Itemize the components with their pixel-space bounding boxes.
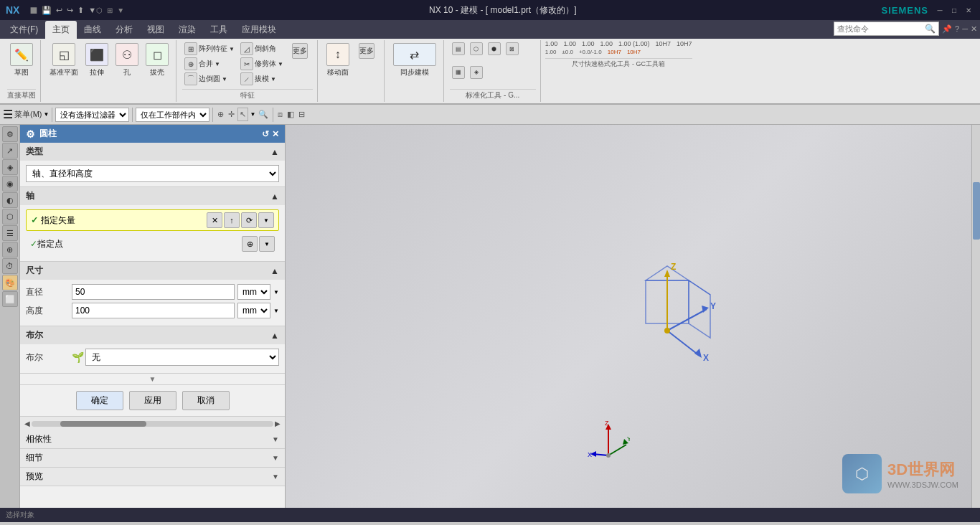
viewport-scrollbar[interactable]	[971, 125, 980, 508]
height-unit-select[interactable]: mm	[237, 303, 270, 318]
tab-render[interactable]: 渲染	[171, 21, 203, 39]
tab-curve[interactable]: 曲线	[77, 21, 108, 39]
sidebar-add[interactable]: ⊕	[2, 242, 18, 257]
std-tool-3[interactable]: ⬢	[486, 42, 503, 56]
point-btn-1[interactable]: ⊕	[242, 236, 258, 252]
search-icon[interactable]: 🔍	[925, 24, 936, 34]
section-dependency[interactable]: 相依性 ▼	[20, 430, 285, 449]
sync-modeling-button[interactable]: ⇄ 同步建模	[390, 42, 439, 79]
menu-label[interactable]: 菜单(M)	[14, 109, 42, 120]
move-face-button[interactable]: ↕ 移动面	[324, 42, 352, 79]
tab-analysis[interactable]: 分析	[108, 21, 140, 39]
type-select[interactable]: 轴、直径和高度	[26, 165, 279, 182]
draft-button[interactable]: ⟋ 拔模 ▼	[238, 72, 286, 86]
sidebar-menu[interactable]: ☰	[2, 225, 18, 241]
section-dim-header[interactable]: 尺寸 ▲	[20, 262, 285, 280]
quickbar-save[interactable]: 💾	[42, 6, 52, 15]
window-controls[interactable]: ─ □ ✕	[934, 4, 974, 16]
tb-view1[interactable]: ⧈	[276, 108, 284, 120]
boolean-select[interactable]: 无 求和 求差 求交	[85, 349, 279, 366]
quickbar-more[interactable]: ▼	[88, 6, 96, 14]
tab-view[interactable]: 视图	[140, 21, 171, 39]
ribbon-minimize[interactable]: ─	[962, 24, 968, 33]
sidebar-settings[interactable]: ⚙	[2, 126, 18, 142]
scroll-left-arrow[interactable]: ◀	[23, 420, 32, 427]
std-tool-6[interactable]: ◈	[468, 65, 485, 80]
ribbon-close[interactable]: ✕	[971, 24, 977, 34]
menu-icon[interactable]: ☰	[3, 108, 13, 121]
minimize-button[interactable]: ─	[934, 4, 946, 16]
panel-close-icon[interactable]: ✕	[272, 129, 279, 139]
section-bool-header[interactable]: 布尔 ▲	[20, 326, 285, 344]
sidebar-time[interactable]: ⏱	[2, 258, 18, 274]
datum-plane-button[interactable]: ◱ 基准平面	[47, 42, 81, 79]
std-tool-5[interactable]: ▦	[450, 65, 467, 80]
scroll-down-icon[interactable]: ▼	[149, 375, 156, 383]
quickbar-redo[interactable]: ↪	[67, 6, 73, 15]
tab-file[interactable]: 文件(F)	[3, 21, 45, 39]
shell-button[interactable]: ◻ 拔壳	[143, 42, 171, 79]
tab-tools[interactable]: 工具	[203, 21, 235, 39]
section-type-header[interactable]: 类型 ▲	[20, 143, 285, 161]
point-btn-dd[interactable]: ▼	[259, 236, 275, 252]
hole-button[interactable]: ⚇ 孔	[113, 42, 141, 79]
filter2-select[interactable]: 仅在工作部件内	[136, 108, 209, 122]
vector-btn-2[interactable]: ↑	[224, 212, 240, 228]
search-box[interactable]: 🔍	[834, 22, 939, 36]
std-tool-4[interactable]: ⊠	[504, 42, 521, 56]
chamfer-button[interactable]: ◿ 倒斜角	[238, 42, 286, 56]
sidebar-half[interactable]: ◐	[2, 192, 18, 208]
section-axis-header[interactable]: 轴 ▲	[20, 187, 285, 205]
close-button[interactable]: ✕	[963, 4, 974, 16]
sidebar-color[interactable]: 🎨	[2, 275, 18, 290]
more-features-button[interactable]: 更多	[287, 42, 313, 62]
apply-button[interactable]: 应用	[129, 391, 176, 410]
tb-view3[interactable]: ⊟	[297, 108, 306, 120]
height-unit-dd[interactable]: ▼	[273, 308, 279, 314]
panel-refresh-icon[interactable]: ↺	[262, 129, 269, 139]
edge-blend-button[interactable]: ⌒ 边倒圆 ▼	[182, 72, 237, 86]
height-input[interactable]	[72, 303, 235, 318]
sidebar-assembly[interactable]: ◉	[2, 176, 18, 191]
scroll-thumb[interactable]	[60, 421, 146, 427]
ribbon-help[interactable]: ?	[955, 24, 959, 33]
diameter-input[interactable]	[72, 284, 235, 300]
std-tool-2[interactable]: ⬡	[468, 42, 485, 56]
cancel-button[interactable]: 取消	[182, 391, 230, 410]
std-tool-1[interactable]: ▤	[450, 42, 467, 56]
sidebar-hex[interactable]: ⬡	[2, 209, 18, 224]
sketch-button[interactable]: ✏️ 草图	[7, 42, 36, 79]
tb-zoom[interactable]: 🔍	[257, 108, 270, 120]
tb-snap[interactable]: ⊕	[216, 108, 225, 120]
quickbar-up[interactable]: ⬆	[77, 6, 84, 15]
confirm-button[interactable]: 确定	[76, 391, 123, 410]
scroll-track[interactable]	[32, 421, 273, 427]
pattern-button[interactable]: ⊞ 阵列特征 ▼	[182, 42, 237, 56]
viewport[interactable]: Z Y X Z Y	[286, 125, 980, 508]
tb-view2[interactable]: ◧	[286, 108, 296, 120]
viewport-scroll-thumb[interactable]	[973, 182, 980, 240]
section-preview[interactable]: 预览 ▼	[20, 468, 285, 486]
tab-home[interactable]: 主页	[45, 21, 77, 39]
filter1-select[interactable]: 没有选择过滤器	[55, 108, 129, 122]
tb-select[interactable]: ↖	[237, 108, 248, 121]
tab-modules[interactable]: 应用模块	[235, 21, 283, 39]
diameter-unit-select[interactable]: mm	[237, 284, 270, 300]
scroll-right-arrow[interactable]: ▶	[273, 420, 282, 427]
sidebar-comp[interactable]: ◈	[2, 159, 18, 175]
vector-btn-dd[interactable]: ▼	[258, 212, 274, 228]
sidebar-nav[interactable]: ↗	[2, 143, 18, 159]
tb-select-dd[interactable]: ▼	[250, 111, 255, 118]
tb-move[interactable]: ✛	[227, 108, 236, 120]
search-input[interactable]	[837, 24, 923, 33]
ribbon-pin[interactable]: 📌	[942, 24, 952, 34]
unite-button[interactable]: ⊕ 合并 ▼	[182, 57, 237, 71]
vector-btn-3[interactable]: ⟳	[241, 212, 257, 228]
more-sync-button[interactable]: 更多	[354, 42, 380, 62]
diameter-unit-dd[interactable]: ▼	[273, 289, 279, 295]
section-details[interactable]: 细节 ▼	[20, 449, 285, 468]
extrude-button[interactable]: ⬛ 拉伸	[83, 42, 111, 79]
maximize-button[interactable]: □	[948, 4, 960, 16]
sidebar-box[interactable]: ⬜	[2, 291, 18, 307]
vector-btn-1[interactable]: ✕	[207, 212, 222, 228]
